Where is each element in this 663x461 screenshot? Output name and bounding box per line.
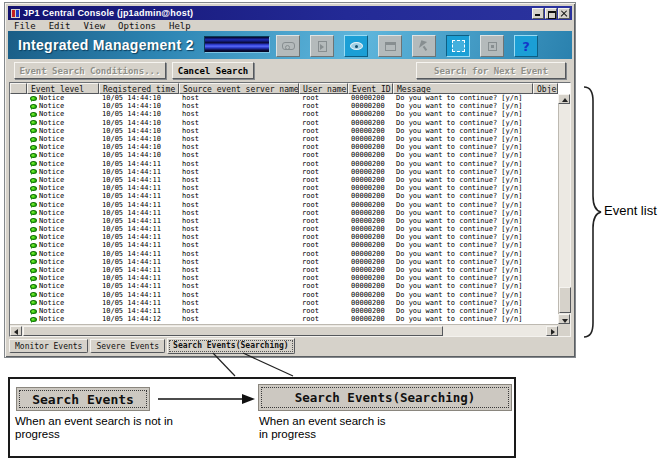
table-row[interactable]: Notice10/05 14:44:11hostroot00000200Do y… <box>10 209 558 217</box>
caption-left-line2: progress <box>15 428 60 440</box>
page-toolbar-button[interactable] <box>310 35 334 57</box>
scroll-down-button[interactable] <box>558 314 570 324</box>
event-id-cell: 00000200 <box>348 143 393 151</box>
table-row[interactable]: Notice10/05 14:44:11hostroot00000200Do y… <box>10 258 558 266</box>
table-row[interactable]: Notice10/05 14:44:12hostroot00000200Do y… <box>10 315 558 323</box>
vertical-scroll-thumb[interactable] <box>559 287 571 313</box>
table-row[interactable]: Notice10/05 14:44:10hostroot00000200Do y… <box>10 110 558 118</box>
table-row[interactable]: Notice10/05 14:44:10hostroot00000200Do y… <box>10 127 558 135</box>
event-level-cell: Notice <box>27 307 99 315</box>
column-header-object[interactable]: Object <box>533 83 558 94</box>
right-arrow-icon <box>156 387 256 411</box>
table-row[interactable]: Notice10/05 14:44:11hostroot00000200Do y… <box>10 266 558 274</box>
table-row[interactable]: Notice10/05 14:44:11hostroot00000200Do y… <box>10 250 558 258</box>
table-row[interactable]: Notice10/05 14:44:10hostroot00000200Do y… <box>10 151 558 159</box>
table-row[interactable]: Notice10/05 14:44:11hostroot00000200Do y… <box>10 225 558 233</box>
menu-item-edit[interactable]: Edit <box>49 21 71 31</box>
scroll-left-button[interactable] <box>10 326 22 336</box>
table-row[interactable]: Notice10/05 14:44:11hostroot00000200Do y… <box>10 282 558 290</box>
pointer-toolbar-button[interactable] <box>412 35 436 57</box>
close-button[interactable] <box>558 8 570 19</box>
table-row[interactable]: Notice10/05 14:44:11hostroot00000200Do y… <box>10 274 558 282</box>
tag-toolbar-button[interactable] <box>276 35 300 57</box>
table-row[interactable]: Notice10/05 14:44:10hostroot00000200Do y… <box>10 143 558 151</box>
caption-right-line2: in progress <box>259 428 316 440</box>
window-toolbar-button[interactable] <box>378 35 402 57</box>
column-header-blank[interactable] <box>10 83 27 94</box>
event-id-cell: 00000200 <box>348 307 393 315</box>
table-row[interactable]: Notice10/05 14:44:10hostroot00000200Do y… <box>10 102 558 110</box>
table-row[interactable]: Notice10/05 14:44:11hostroot00000200Do y… <box>10 200 558 208</box>
tab-search-events-searching[interactable]: Search Events(Searching) <box>167 338 295 354</box>
eye-toolbar-button[interactable] <box>344 35 368 57</box>
column-header-message[interactable]: Message <box>393 83 533 94</box>
user-name-cell: root <box>299 225 348 233</box>
table-row[interactable]: Notice10/05 14:44:11hostroot00000200Do y… <box>10 233 558 241</box>
frame-toolbar-button[interactable] <box>480 35 504 57</box>
table-row[interactable]: Notice10/05 14:44:11hostroot00000200Do y… <box>10 299 558 307</box>
horizontal-scroll-thumb[interactable] <box>23 326 443 336</box>
table-row[interactable]: Notice10/05 14:44:11hostroot00000200Do y… <box>10 184 558 192</box>
registered-time-cell: 10/05 14:44:11 <box>99 307 179 315</box>
event-id-cell: 00000200 <box>348 176 393 184</box>
registered-time-cell: 10/05 14:44:11 <box>99 176 179 184</box>
scroll-up-button[interactable] <box>558 94 570 104</box>
menu-item-file[interactable]: File <box>14 21 36 31</box>
message-cell: Do you want to continue? [y/n] <box>393 110 533 118</box>
search-for-next-event-button[interactable]: Search for Next Event <box>416 62 566 79</box>
table-row[interactable]: Notice10/05 14:44:11hostroot00000200Do y… <box>10 176 558 184</box>
event-level-cell: Notice <box>27 119 99 127</box>
column-header-event-id[interactable]: Event ID <box>348 83 393 94</box>
notice-icon <box>30 292 37 297</box>
source-server-cell: host <box>179 127 299 135</box>
cancel-search-button[interactable]: Cancel Search <box>172 62 254 79</box>
table-row[interactable]: Notice10/05 14:44:11hostroot00000200Do y… <box>10 217 558 225</box>
table-row[interactable]: Notice10/05 14:44:11hostroot00000200Do y… <box>10 291 558 299</box>
registered-time-cell: 10/05 14:44:11 <box>99 201 179 209</box>
table-row[interactable]: Notice10/05 14:44:11hostroot00000200Do y… <box>10 241 558 249</box>
arrow-right-icon <box>551 329 555 335</box>
column-header-registered-time[interactable]: Registered time <box>99 83 179 94</box>
table-row[interactable]: Notice10/05 14:44:11hostroot00000200Do y… <box>10 160 558 168</box>
vertical-scrollbar[interactable] <box>558 94 570 324</box>
figure-caption-right: When an event search is in progress <box>259 415 386 441</box>
message-cell: Do you want to continue? [y/n] <box>393 209 533 217</box>
search-region-icon <box>452 40 465 52</box>
table-row[interactable]: Notice10/05 14:44:10hostroot00000200Do y… <box>10 119 558 127</box>
event-level-cell: Notice <box>27 160 99 168</box>
registered-time-cell: 10/05 14:44:10 <box>99 135 179 143</box>
event-level-cell: Notice <box>27 127 99 135</box>
message-cell: Do you want to continue? [y/n] <box>393 241 533 249</box>
registered-time-cell: 10/05 14:44:11 <box>99 217 179 225</box>
menu-item-view[interactable]: View <box>83 21 105 31</box>
source-server-cell: host <box>179 168 299 176</box>
column-header-user-name[interactable]: User name <box>299 83 348 94</box>
tab-monitor-events[interactable]: Monitor Events <box>9 339 88 353</box>
source-server-cell: host <box>179 291 299 299</box>
help-toolbar-button[interactable]: ? <box>514 35 538 57</box>
menu-item-help[interactable]: Help <box>169 21 191 31</box>
frame-icon <box>488 42 497 51</box>
horizontal-scrollbar[interactable] <box>10 324 558 336</box>
title-bar[interactable]: JP1 Central Console (jp1admin@host) <box>8 6 572 20</box>
help-icon: ? <box>522 39 530 54</box>
tab-severe-events[interactable]: Severe Events <box>90 339 165 353</box>
column-header-event-level[interactable]: Event level <box>27 83 99 94</box>
search-region-toolbar-button[interactable] <box>446 35 470 57</box>
source-server-cell: host <box>179 110 299 118</box>
column-header-source-server[interactable]: Source event server name <box>179 83 299 94</box>
table-row[interactable]: Notice10/05 14:44:10hostroot00000200Do y… <box>10 135 558 143</box>
table-row[interactable]: Notice10/05 14:44:11hostroot00000200Do y… <box>10 192 558 200</box>
scroll-right-button[interactable] <box>546 326 558 336</box>
table-row[interactable]: Notice10/05 14:44:10hostroot00000200Do y… <box>10 94 558 102</box>
registered-time-cell: 10/05 14:44:11 <box>99 192 179 200</box>
minimize-button[interactable] <box>532 8 544 19</box>
notice-icon <box>30 235 37 240</box>
menu-item-options[interactable]: Options <box>118 21 156 31</box>
event-search-conditions-button[interactable]: Event Search Conditions... <box>14 62 166 79</box>
table-row[interactable]: Notice10/05 14:44:11hostroot00000200Do y… <box>10 168 558 176</box>
table-row[interactable]: Notice10/05 14:44:11hostroot00000200Do y… <box>10 307 558 315</box>
user-name-cell: root <box>299 291 348 299</box>
event-id-cell: 00000200 <box>348 209 393 217</box>
maximize-button[interactable] <box>545 8 557 19</box>
